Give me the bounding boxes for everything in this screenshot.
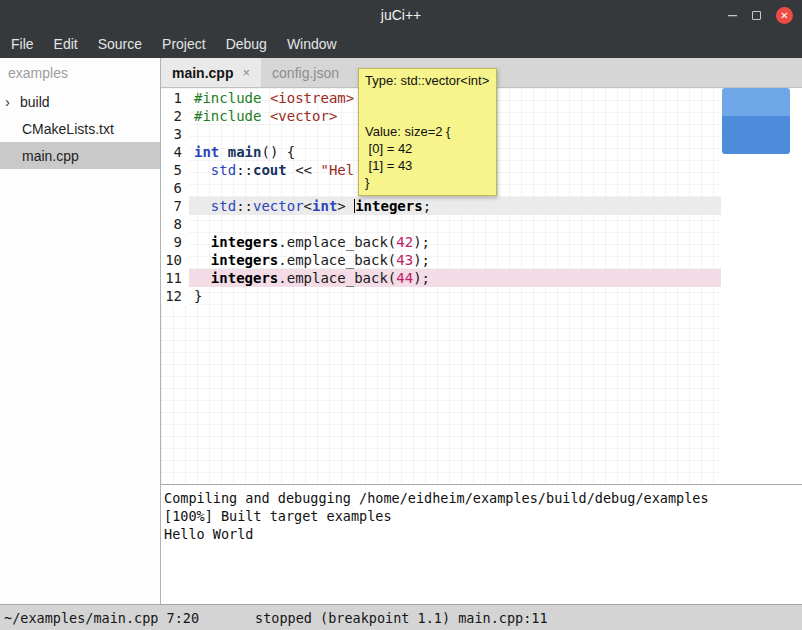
close-button[interactable]: ✕ xyxy=(776,7,793,24)
tab-close-icon[interactable]: × xyxy=(242,65,250,80)
code-segment xyxy=(219,144,227,160)
output-panel[interactable]: Compiling and debugging /home/eidheim/ex… xyxy=(161,485,802,604)
menu-item-file[interactable]: File xyxy=(1,36,44,52)
sidebar-header: examples xyxy=(0,58,160,88)
code-segment: 43 xyxy=(396,252,413,268)
code-segment xyxy=(194,252,211,268)
code-segment: :: xyxy=(236,162,253,178)
status-file-position: ~/examples/main.cpp 7:20 xyxy=(0,610,199,626)
line-number: 1 xyxy=(161,89,189,107)
menu-item-window[interactable]: Window xyxy=(277,36,347,52)
output-line: Compiling and debugging /home/eidheim/ex… xyxy=(164,489,800,507)
line-number: 12 xyxy=(161,287,189,305)
menu-item-edit[interactable]: Edit xyxy=(44,36,88,52)
line-number: 10 xyxy=(161,251,189,269)
code-segment: () { xyxy=(261,144,295,160)
line-number: 6 xyxy=(161,179,189,197)
line-number: 4 xyxy=(161,143,189,161)
code-segment: <iostream> xyxy=(270,90,354,106)
code-segment: integers xyxy=(355,198,422,214)
code-segment: std xyxy=(211,162,236,178)
code-segment: < xyxy=(304,198,312,214)
code-segment: 44 xyxy=(396,270,413,286)
restore-button[interactable] xyxy=(752,11,761,20)
code-segment: ; xyxy=(423,198,431,214)
tab-config-json[interactable]: config.json xyxy=(261,58,350,87)
scroll-overview-indicator[interactable] xyxy=(722,88,790,154)
status-debug-state: stopped (breakpoint 1.1) main.cpp:11 xyxy=(255,610,548,626)
code-segment: "Hel xyxy=(320,162,354,178)
code-segment: int xyxy=(312,198,337,214)
menu-item-source[interactable]: Source xyxy=(88,36,152,52)
menu-item-debug[interactable]: Debug xyxy=(216,36,277,52)
debug-tooltip: Type: std::vector<int>Value: size=2 { [0… xyxy=(358,68,497,196)
file-sidebar: examples ›buildCMakeLists.txtmain.cpp xyxy=(0,58,161,604)
chevron-right-icon[interactable]: › xyxy=(5,93,20,110)
line-number: 2 xyxy=(161,107,189,125)
tree-item-label: build xyxy=(20,94,50,110)
code-line[interactable]: 9 integers.emplace_back(42); xyxy=(161,233,721,251)
tree-item-label: CMakeLists.txt xyxy=(22,121,114,137)
window-title: juCi++ xyxy=(381,7,421,23)
code-segment: > xyxy=(337,198,354,214)
tab-main-cpp[interactable]: main.cpp× xyxy=(161,58,261,87)
code-segment: .emplace_back( xyxy=(278,252,396,268)
line-number: 8 xyxy=(161,215,189,233)
code-segment: vector xyxy=(253,198,304,214)
code-segment: integers xyxy=(211,270,278,286)
code-segment: main xyxy=(228,144,262,160)
tooltip-line xyxy=(365,89,489,106)
line-number: 9 xyxy=(161,233,189,251)
minimize-button[interactable]: – xyxy=(728,10,737,20)
status-bar: ~/examples/main.cpp 7:20 stopped (breakp… xyxy=(0,604,802,630)
code-segment xyxy=(194,198,211,214)
code-segment: << xyxy=(287,162,321,178)
file-tree: ›buildCMakeLists.txtmain.cpp xyxy=(0,88,160,169)
line-number: 5 xyxy=(161,161,189,179)
title-bar: juCi++ – ✕ xyxy=(0,0,802,30)
tab-label: main.cpp xyxy=(172,65,233,81)
code-segment xyxy=(194,270,211,286)
code-segment xyxy=(261,108,269,124)
code-line[interactable]: 11 integers.emplace_back(44); xyxy=(161,269,721,287)
code-segment: ); xyxy=(413,234,430,250)
line-number: 3 xyxy=(161,125,189,143)
code-segment xyxy=(261,90,269,106)
code-text: integers.emplace_back(44); xyxy=(189,269,721,287)
code-text: } xyxy=(189,287,721,305)
tooltip-line xyxy=(365,106,489,123)
code-segment: 42 xyxy=(396,234,413,250)
sidebar-item-build[interactable]: ›build xyxy=(0,88,160,115)
output-line: [100%] Built target examples xyxy=(164,507,800,525)
code-line[interactable]: 7 std::vector<int> integers; xyxy=(161,197,721,215)
code-line[interactable]: 8 xyxy=(161,215,721,233)
code-text: integers.emplace_back(43); xyxy=(189,251,721,269)
code-segment: } xyxy=(194,288,202,304)
code-segment: <vector> xyxy=(270,108,337,124)
line-number: 11 xyxy=(161,269,189,287)
tab-label: config.json xyxy=(272,65,339,81)
tooltip-line: Type: std::vector<int> xyxy=(365,72,489,89)
sidebar-item-main-cpp[interactable]: main.cpp xyxy=(0,142,160,169)
code-segment xyxy=(194,234,211,250)
line-number: 7 xyxy=(161,197,189,215)
sidebar-item-cmakelists-txt[interactable]: CMakeLists.txt xyxy=(0,115,160,142)
code-line[interactable]: 12} xyxy=(161,287,721,305)
code-text xyxy=(189,215,721,233)
code-segment: ); xyxy=(413,270,430,286)
tooltip-line: [1] = 43 xyxy=(365,157,489,174)
code-segment: #include xyxy=(194,108,261,124)
code-segment: cout xyxy=(253,162,287,178)
code-line[interactable]: 10 integers.emplace_back(43); xyxy=(161,251,721,269)
tooltip-line: } xyxy=(365,174,489,191)
code-segment: integers xyxy=(211,252,278,268)
window-controls: – ✕ xyxy=(728,0,793,30)
tree-item-label: main.cpp xyxy=(22,148,79,164)
output-line: Hello World xyxy=(164,525,800,543)
code-segment: int xyxy=(194,144,219,160)
menu-item-project[interactable]: Project xyxy=(152,36,216,52)
code-segment xyxy=(194,162,211,178)
code-text: std::vector<int> integers; xyxy=(189,197,721,215)
code-segment: :: xyxy=(236,198,253,214)
code-segment: .emplace_back( xyxy=(278,234,396,250)
